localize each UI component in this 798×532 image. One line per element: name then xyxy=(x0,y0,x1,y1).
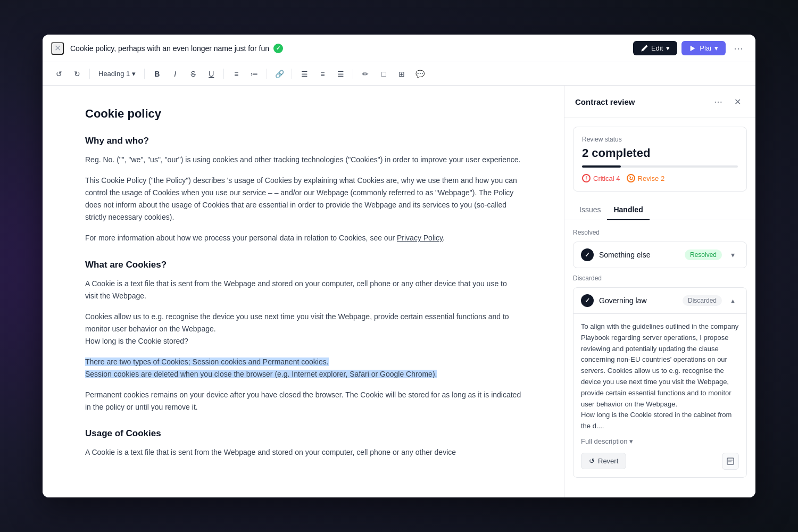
heading-select[interactable]: Heading 1 ▾ xyxy=(94,68,140,80)
playbook-label: Plai xyxy=(700,44,711,52)
align-center-button[interactable]: ≡ xyxy=(314,66,330,82)
review-status-count: 2 completed xyxy=(582,146,738,160)
formatting-toolbar: ↺ ↻ Heading 1 ▾ B I S U ≡ ≔ 🔗 ☰ ≡ ☰ ✏ □ … xyxy=(43,62,755,86)
resolved-chevron-button[interactable]: ▾ xyxy=(726,248,739,261)
highlight-button[interactable]: ✏ xyxy=(358,66,373,82)
link-button[interactable]: 🔗 xyxy=(271,66,287,82)
emoji-button[interactable]: 💬 xyxy=(412,66,428,82)
tab-issues[interactable]: Issues xyxy=(573,200,607,220)
redo-button[interactable]: ↻ xyxy=(69,66,85,82)
resolved-issue-header[interactable]: Something else Resolved ▾ xyxy=(573,242,746,268)
section-why-heading: Why and who? xyxy=(85,136,521,146)
resolved-section-label: Resolved xyxy=(573,229,747,236)
title-bar: ✕ Cookie policy, perhaps with an even lo… xyxy=(43,35,755,62)
app-window: ✕ Cookie policy, perhaps with an even lo… xyxy=(43,35,755,497)
playbook-button[interactable]: Plai ▾ xyxy=(681,41,726,55)
para-2: This Cookie Policy ("the Policy") descri… xyxy=(85,174,521,223)
progress-bar-container xyxy=(582,165,738,168)
panel-header: Contract review ⋯ ✕ xyxy=(564,86,755,118)
panel-tabs: Issues Handled xyxy=(564,200,755,220)
discarded-issue-item: Governing law Discarded ▴ To align with … xyxy=(573,287,747,478)
progress-bar-fill xyxy=(582,165,621,168)
heading-select-text: Heading 1 xyxy=(98,70,130,78)
note-button[interactable] xyxy=(722,453,739,470)
revert-icon: ↺ xyxy=(589,457,595,465)
edit-chevron: ▾ xyxy=(666,44,670,52)
issue-right: Resolved ▾ xyxy=(685,248,739,261)
critical-icon: ! xyxy=(582,174,591,182)
document-title-text: Cookie policy, perhaps with an even long… xyxy=(70,44,269,53)
discarded-issue-header[interactable]: Governing law Discarded ▴ xyxy=(573,288,746,313)
panel-more-button[interactable]: ⋯ xyxy=(711,94,726,109)
more-options-button[interactable]: ⋯ xyxy=(730,40,747,57)
panel-header-actions: ⋯ ✕ xyxy=(711,94,745,109)
revert-button[interactable]: ↺ Revert xyxy=(581,453,626,469)
playbook-icon xyxy=(689,45,696,52)
para-8: A Cookie is a text file that is sent fro… xyxy=(85,446,521,459)
align-right-button[interactable]: ☰ xyxy=(332,66,348,82)
para-1: Reg. No. ("", "we", "us", "our") is usin… xyxy=(85,154,521,166)
undo-button[interactable]: ↺ xyxy=(51,66,67,82)
discarded-issue-left: Governing law xyxy=(581,294,647,307)
document-heading: Cookie policy xyxy=(85,107,521,121)
toolbar-separator-6 xyxy=(353,69,353,79)
issue-left: Something else xyxy=(581,248,651,261)
discarded-issue-name: Governing law xyxy=(599,296,647,305)
discarded-issue-right: Discarded ▴ xyxy=(683,294,739,307)
document-area: Cookie policy Why and who? Reg. No. ("",… xyxy=(43,86,564,497)
full-description-button[interactable]: Full description ▾ xyxy=(581,437,633,445)
section-cookies-heading: What are Cookies? xyxy=(85,260,521,270)
discarded-check-icon xyxy=(581,294,594,307)
toolbar-separator-5 xyxy=(292,69,292,79)
panel-title: Contract review xyxy=(575,97,635,106)
svg-rect-1 xyxy=(727,458,734,464)
toolbar-separator-1 xyxy=(89,69,90,79)
discarded-issue-expanded: To align with the guidelines outlined in… xyxy=(573,313,746,477)
discarded-section-label: Discarded xyxy=(573,275,747,282)
bold-button[interactable]: B xyxy=(149,66,165,82)
issue-check-icon xyxy=(581,248,594,261)
toolbar-separator-2 xyxy=(144,69,145,79)
close-button[interactable]: ✕ xyxy=(51,42,64,55)
resolved-issue-name: Something else xyxy=(599,251,651,259)
tab-handled[interactable]: Handled xyxy=(607,200,649,220)
underline-button[interactable]: U xyxy=(203,66,219,82)
review-status-card: Review status 2 completed ! Critical 4 ↻… xyxy=(573,127,747,192)
highlighted-text-1: There are two types of Cookies; Session … xyxy=(85,358,437,378)
critical-label: Critical 4 xyxy=(593,174,620,182)
privacy-policy-link[interactable]: Privacy Policy xyxy=(397,234,443,242)
strikethrough-button[interactable]: S xyxy=(185,66,201,82)
review-status-label: Review status xyxy=(582,136,738,143)
bullet-list-button[interactable]: ≡ xyxy=(228,66,244,82)
revise-icon: ↻ xyxy=(627,174,635,182)
table-button[interactable]: ⊞ xyxy=(394,66,410,82)
discarded-status-badge: Discarded xyxy=(683,295,722,306)
discarded-chevron-button[interactable]: ▴ xyxy=(726,294,739,307)
align-left-button[interactable]: ☰ xyxy=(296,66,312,82)
full-description-chevron: ▾ xyxy=(629,437,633,445)
panel-close-button[interactable]: ✕ xyxy=(730,94,745,109)
critical-badge: ! Critical 4 xyxy=(582,174,620,182)
section-usage-heading: Usage of Cookies xyxy=(85,428,521,439)
issue-actions: ↺ Revert xyxy=(581,453,739,470)
right-panel: Contract review ⋯ ✕ Review status 2 comp… xyxy=(564,86,755,497)
verified-status-icon xyxy=(273,44,283,53)
playbook-chevron: ▾ xyxy=(714,44,718,52)
comment-button[interactable]: □ xyxy=(376,66,392,82)
ordered-list-button[interactable]: ≔ xyxy=(246,66,262,82)
review-badges: ! Critical 4 ↻ Revise 2 xyxy=(582,174,738,182)
italic-button[interactable]: I xyxy=(167,66,183,82)
para-6-highlighted: There are two types of Cookies; Session … xyxy=(85,356,521,380)
revise-label: Revise 2 xyxy=(638,174,665,182)
toolbar-separator-3 xyxy=(223,69,224,79)
note-icon xyxy=(726,457,735,466)
svg-marker-0 xyxy=(691,45,695,51)
main-content: Cookie policy Why and who? Reg. No. ("",… xyxy=(43,86,755,497)
document-title-bar: Cookie policy, perhaps with an even long… xyxy=(70,44,633,53)
edit-icon xyxy=(641,45,648,52)
toolbar-separator-4 xyxy=(267,69,267,79)
edit-button[interactable]: Edit ▾ xyxy=(633,41,677,55)
handled-list: Resolved Something else Resolved ▾ xyxy=(564,220,755,497)
para-5: Cookies allow us to e.g. recognise the d… xyxy=(85,311,521,347)
edit-label: Edit xyxy=(651,44,663,52)
